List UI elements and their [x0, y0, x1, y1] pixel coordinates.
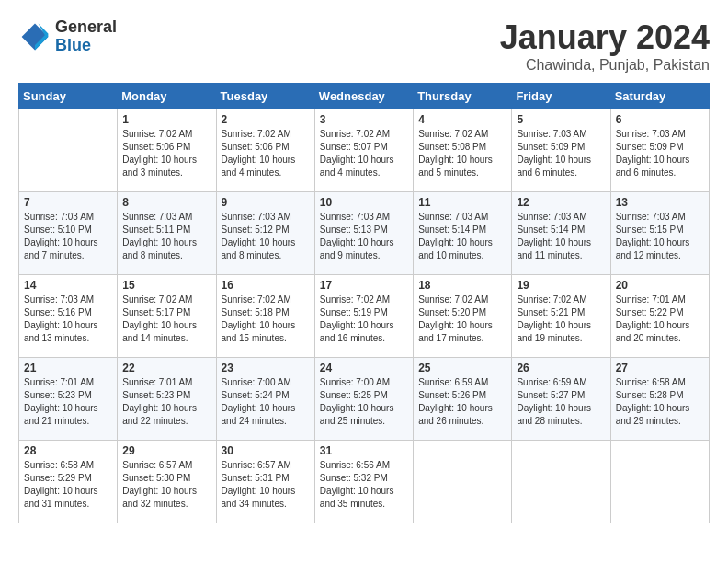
calendar-cell: 29Sunrise: 6:57 AM Sunset: 5:30 PM Dayli… — [118, 441, 216, 523]
day-number: 6 — [616, 113, 704, 126]
logo: General Blue — [18, 18, 117, 55]
cell-content: Sunrise: 7:03 AM Sunset: 5:11 PM Dayligh… — [122, 211, 210, 262]
calendar-cell: 23Sunrise: 7:00 AM Sunset: 5:24 PM Dayli… — [216, 358, 314, 441]
cell-content: Sunrise: 7:01 AM Sunset: 5:22 PM Dayligh… — [616, 293, 704, 345]
month-title: January 2024 — [500, 18, 710, 57]
calendar-cell: 9Sunrise: 7:03 AM Sunset: 5:12 PM Daylig… — [216, 192, 314, 275]
day-number: 22 — [122, 362, 210, 374]
calendar-cell: 13Sunrise: 7:03 AM Sunset: 5:15 PM Dayli… — [610, 192, 709, 275]
calendar-cell: 30Sunrise: 6:57 AM Sunset: 5:31 PM Dayli… — [216, 441, 314, 523]
day-number: 26 — [517, 362, 605, 374]
calendar-week-2: 7Sunrise: 7:03 AM Sunset: 5:10 PM Daylig… — [19, 192, 710, 275]
calendar-cell: 15Sunrise: 7:02 AM Sunset: 5:17 PM Dayli… — [118, 275, 216, 358]
cell-content: Sunrise: 7:03 AM Sunset: 5:10 PM Dayligh… — [24, 211, 112, 262]
calendar-cell: 7Sunrise: 7:03 AM Sunset: 5:10 PM Daylig… — [19, 192, 118, 275]
day-number: 31 — [320, 444, 408, 457]
cell-content: Sunrise: 7:02 AM Sunset: 5:07 PM Dayligh… — [320, 128, 408, 179]
calendar-week-5: 28Sunrise: 6:58 AM Sunset: 5:29 PM Dayli… — [19, 441, 710, 523]
cell-content: Sunrise: 7:00 AM Sunset: 5:24 PM Dayligh… — [222, 376, 310, 428]
calendar-header-saturday: Saturday — [610, 84, 709, 109]
calendar-week-4: 21Sunrise: 7:01 AM Sunset: 5:23 PM Dayli… — [19, 358, 710, 441]
cell-content: Sunrise: 6:58 AM Sunset: 5:29 PM Dayligh… — [24, 459, 112, 511]
logo-blue: Blue — [55, 37, 117, 55]
calendar-cell: 21Sunrise: 7:01 AM Sunset: 5:23 PM Dayli… — [19, 358, 118, 441]
calendar-cell — [512, 441, 610, 523]
calendar-header-row: SundayMondayTuesdayWednesdayThursdayFrid… — [19, 84, 710, 109]
cell-content: Sunrise: 7:02 AM Sunset: 5:06 PM Dayligh… — [122, 128, 210, 179]
day-number: 4 — [418, 113, 506, 126]
calendar-cell: 8Sunrise: 7:03 AM Sunset: 5:11 PM Daylig… — [118, 192, 216, 275]
logo-icon — [18, 20, 51, 53]
day-number: 14 — [24, 279, 112, 292]
cell-content: Sunrise: 7:03 AM Sunset: 5:15 PM Dayligh… — [616, 211, 704, 262]
day-number: 30 — [222, 444, 310, 457]
cell-content: Sunrise: 7:03 AM Sunset: 5:09 PM Dayligh… — [616, 128, 704, 179]
day-number: 18 — [418, 279, 506, 292]
calendar-cell: 16Sunrise: 7:02 AM Sunset: 5:18 PM Dayli… — [216, 275, 314, 358]
calendar-cell: 10Sunrise: 7:03 AM Sunset: 5:13 PM Dayli… — [314, 192, 413, 275]
calendar-cell — [610, 441, 709, 523]
calendar-cell: 5Sunrise: 7:03 AM Sunset: 5:09 PM Daylig… — [512, 109, 610, 192]
calendar-cell: 25Sunrise: 6:59 AM Sunset: 5:26 PM Dayli… — [414, 358, 512, 441]
calendar-header-wednesday: Wednesday — [314, 84, 413, 109]
logo-general: General — [55, 18, 117, 37]
day-number: 27 — [616, 362, 704, 374]
cell-content: Sunrise: 7:03 AM Sunset: 5:13 PM Dayligh… — [320, 211, 408, 262]
calendar-cell: 6Sunrise: 7:03 AM Sunset: 5:09 PM Daylig… — [610, 109, 709, 192]
cell-content: Sunrise: 7:02 AM Sunset: 5:19 PM Dayligh… — [320, 293, 408, 345]
cell-content: Sunrise: 7:03 AM Sunset: 5:12 PM Dayligh… — [222, 211, 310, 262]
cell-content: Sunrise: 6:56 AM Sunset: 5:32 PM Dayligh… — [320, 459, 408, 511]
calendar-cell: 20Sunrise: 7:01 AM Sunset: 5:22 PM Dayli… — [610, 275, 709, 358]
calendar-cell: 24Sunrise: 7:00 AM Sunset: 5:25 PM Dayli… — [314, 358, 413, 441]
day-number: 23 — [222, 362, 310, 374]
day-number: 13 — [616, 196, 704, 209]
calendar-header-tuesday: Tuesday — [216, 84, 314, 109]
cell-content: Sunrise: 7:03 AM Sunset: 5:09 PM Dayligh… — [517, 128, 605, 179]
day-number: 29 — [122, 444, 210, 457]
day-number: 8 — [122, 196, 210, 209]
calendar-week-3: 14Sunrise: 7:03 AM Sunset: 5:16 PM Dayli… — [19, 275, 710, 358]
cell-content: Sunrise: 7:02 AM Sunset: 5:20 PM Dayligh… — [418, 293, 506, 345]
cell-content: Sunrise: 7:02 AM Sunset: 5:21 PM Dayligh… — [517, 293, 605, 345]
cell-content: Sunrise: 7:03 AM Sunset: 5:16 PM Dayligh… — [24, 293, 112, 345]
cell-content: Sunrise: 6:59 AM Sunset: 5:26 PM Dayligh… — [418, 376, 506, 428]
day-number: 17 — [320, 279, 408, 292]
day-number: 5 — [517, 113, 605, 126]
cell-content: Sunrise: 6:58 AM Sunset: 5:28 PM Dayligh… — [616, 376, 704, 428]
logo-text: General Blue — [55, 18, 117, 55]
cell-content: Sunrise: 7:03 AM Sunset: 5:14 PM Dayligh… — [517, 211, 605, 262]
calendar-cell: 2Sunrise: 7:02 AM Sunset: 5:06 PM Daylig… — [216, 109, 314, 192]
calendar-table: SundayMondayTuesdayWednesdayThursdayFrid… — [18, 83, 710, 523]
cell-content: Sunrise: 6:57 AM Sunset: 5:30 PM Dayligh… — [122, 459, 210, 511]
calendar-header-sunday: Sunday — [19, 84, 118, 109]
day-number: 12 — [517, 196, 605, 209]
cell-content: Sunrise: 7:02 AM Sunset: 5:08 PM Dayligh… — [418, 128, 506, 179]
calendar-header-monday: Monday — [118, 84, 216, 109]
cell-content: Sunrise: 6:59 AM Sunset: 5:27 PM Dayligh… — [517, 376, 605, 428]
calendar-cell: 28Sunrise: 6:58 AM Sunset: 5:29 PM Dayli… — [19, 441, 118, 523]
day-number: 10 — [320, 196, 408, 209]
calendar-cell: 3Sunrise: 7:02 AM Sunset: 5:07 PM Daylig… — [314, 109, 413, 192]
page-header: General Blue January 2024 Chawinda, Punj… — [18, 18, 710, 74]
day-number: 1 — [122, 113, 210, 126]
day-number: 3 — [320, 113, 408, 126]
calendar-cell: 4Sunrise: 7:02 AM Sunset: 5:08 PM Daylig… — [414, 109, 512, 192]
calendar-cell: 19Sunrise: 7:02 AM Sunset: 5:21 PM Dayli… — [512, 275, 610, 358]
cell-content: Sunrise: 7:02 AM Sunset: 5:06 PM Dayligh… — [222, 128, 310, 179]
calendar-cell: 27Sunrise: 6:58 AM Sunset: 5:28 PM Dayli… — [610, 358, 709, 441]
day-number: 19 — [517, 279, 605, 292]
day-number: 2 — [222, 113, 310, 126]
cell-content: Sunrise: 7:01 AM Sunset: 5:23 PM Dayligh… — [24, 376, 112, 428]
location-title: Chawinda, Punjab, Pakistan — [500, 57, 710, 74]
calendar-cell: 26Sunrise: 6:59 AM Sunset: 5:27 PM Dayli… — [512, 358, 610, 441]
day-number: 7 — [24, 196, 112, 209]
cell-content: Sunrise: 7:03 AM Sunset: 5:14 PM Dayligh… — [418, 211, 506, 262]
day-number: 20 — [616, 279, 704, 292]
calendar-cell — [414, 441, 512, 523]
day-number: 15 — [122, 279, 210, 292]
day-number: 9 — [222, 196, 310, 209]
title-area: January 2024 Chawinda, Punjab, Pakistan — [500, 18, 710, 74]
cell-content: Sunrise: 7:00 AM Sunset: 5:25 PM Dayligh… — [320, 376, 408, 428]
cell-content: Sunrise: 7:02 AM Sunset: 5:18 PM Dayligh… — [222, 293, 310, 345]
calendar-cell: 18Sunrise: 7:02 AM Sunset: 5:20 PM Dayli… — [414, 275, 512, 358]
